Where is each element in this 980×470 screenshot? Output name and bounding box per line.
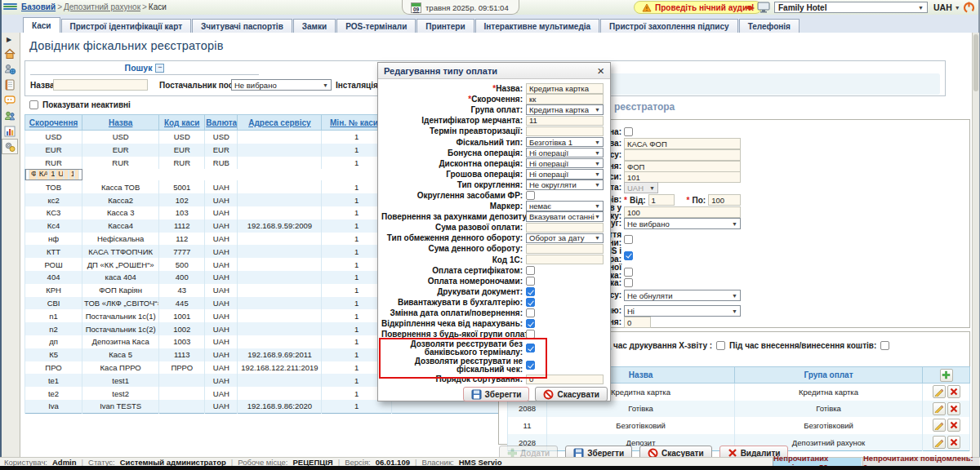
dialog-cancel-button[interactable]: Скасувати [535, 387, 608, 401]
hotel-select[interactable]: Family Hotel ▼ [774, 2, 928, 13]
text-input[interactable]: ФОП [624, 161, 741, 172]
collapse-icon[interactable]: − [155, 64, 164, 73]
field-label: Сума разової оплати: [381, 223, 526, 232]
sidebar-item-home[interactable] [2, 46, 18, 61]
text-input[interactable]: 11 [526, 116, 604, 126]
dropdown-select[interactable]: UAH▼ [624, 182, 658, 193]
checkbox[interactable] [526, 191, 535, 200]
dropdown-select[interactable]: Вказувати останній че▼ [526, 211, 604, 222]
checkbox[interactable] [526, 361, 535, 370]
checkbox[interactable] [526, 344, 535, 352]
cell: 1001 [159, 309, 205, 322]
currency-select[interactable]: UAH ▼ [933, 2, 960, 13]
sidebar-item-gears[interactable] [2, 139, 18, 154]
dialog-save-button[interactable]: Зберегти [463, 387, 530, 401]
checkbox[interactable] [526, 287, 535, 296]
edit-button[interactable] [933, 402, 946, 415]
arrows-icon[interactable]: ◄▶ [744, 4, 754, 11]
text-input[interactable] [526, 223, 604, 233]
name-filter-input[interactable] [53, 79, 148, 91]
tab-2[interactable]: Пристрої ідентифікації карт [61, 19, 192, 33]
text-input[interactable] [526, 126, 604, 137]
text-input[interactable] [526, 244, 604, 255]
payment-row[interactable]: 11БезготівковийБезготівковий [508, 417, 970, 434]
menu-icon[interactable] [3, 2, 17, 12]
breadcrumb-item-1[interactable]: Базовий [21, 2, 56, 11]
dropdown-select[interactable]: Кредитна картка▼ [526, 104, 604, 115]
search-tab-label[interactable]: Пошук [125, 63, 153, 73]
text-input[interactable]: 100 [624, 206, 741, 218]
text-input[interactable]: КАСА ФОП [624, 138, 741, 149]
sidebar-item-chat[interactable] [2, 92, 18, 108]
monitor-icon[interactable] [757, 2, 770, 15]
checkbox[interactable] [526, 277, 535, 286]
scrollbar-thumb[interactable] [973, 34, 978, 91]
tab-7[interactable]: Інтерактивне мультимедіа [475, 19, 600, 33]
checkbox[interactable] [624, 127, 633, 136]
provider-filter-select[interactable]: Не вибрано ▼ [231, 79, 332, 91]
xreport-checkbox[interactable] [716, 341, 725, 350]
dropdown-select[interactable]: Оборот за дату▼ [526, 233, 604, 244]
tab-1[interactable]: Каси [23, 17, 60, 33]
dropdown-select[interactable]: Ні▼ [624, 305, 741, 317]
delete-button[interactable] [947, 402, 960, 415]
tab-5[interactable]: POS-термінали [336, 19, 416, 33]
sidebar-item-users[interactable] [2, 108, 18, 123]
dropdown-select[interactable]: немає▼ [526, 201, 604, 211]
sidebar-item-user-globe[interactable] [2, 61, 18, 77]
sort-header[interactable]: Адреса сервісу [238, 115, 322, 131]
sidebar-item-chart[interactable] [2, 123, 18, 139]
tab-6[interactable]: Принтери [416, 19, 474, 33]
dropdown-select[interactable]: Не обнуляти▼ [624, 290, 741, 301]
delete-button[interactable] [947, 419, 960, 432]
edit-button[interactable] [933, 436, 946, 449]
audit-warning[interactable]: Проведіть нічний аудит! [634, 1, 762, 14]
text-input[interactable] [624, 149, 741, 161]
text-input[interactable]: 0 [526, 375, 604, 385]
checkbox[interactable] [624, 268, 633, 277]
sort-header[interactable]: Валюта [205, 115, 238, 131]
text-input[interactable]: 101 [624, 171, 741, 183]
sidebar-expander-icon[interactable]: ▶ [7, 36, 11, 43]
text-input[interactable]: кк [526, 94, 604, 104]
sort-header[interactable]: Назва [82, 115, 159, 131]
tab-8[interactable]: Пристрої захоплення підпису [600, 19, 738, 33]
cashio-checkbox[interactable] [880, 341, 889, 350]
dropdown-select[interactable]: Безготівка 1▼ [526, 137, 604, 148]
dropdown-select[interactable]: Не вибрано▼ [624, 218, 741, 229]
checkbox[interactable] [526, 298, 535, 307]
add-payment-button[interactable] [940, 369, 953, 382]
date-display[interactable]: 09 травня 2025р. 09:51:04 [402, 0, 519, 15]
checkbox[interactable] [526, 266, 535, 275]
breadcrumb-item-2[interactable]: Депозитний рахунок [64, 2, 140, 11]
power-icon[interactable] [962, 1, 976, 16]
text-input[interactable] [526, 255, 604, 265]
show-inactive-checkbox[interactable] [29, 100, 38, 109]
checkbox[interactable] [526, 330, 535, 339]
dropdown-select[interactable]: Ні операції▼ [526, 148, 604, 158]
checkbox[interactable] [624, 251, 633, 260]
edit-button[interactable] [933, 419, 946, 432]
checkbox[interactable] [526, 308, 535, 317]
close-icon[interactable]: × [597, 66, 604, 76]
checkbox[interactable] [624, 235, 633, 244]
tab-9[interactable]: Телефонія [739, 19, 800, 33]
tab-4[interactable]: Замки [293, 19, 336, 33]
table-row[interactable]: ФОПКАСА ФОП101UAH1 [25, 169, 82, 180]
sort-header[interactable]: Код каси [159, 115, 205, 131]
sort-header[interactable]: Скорочення [25, 115, 82, 131]
dropdown-select[interactable]: Ні операції▼ [526, 158, 604, 169]
dropdown-select[interactable]: Ні операції▼ [526, 169, 604, 180]
delete-button[interactable] [947, 385, 960, 398]
delete-button[interactable] [947, 436, 960, 449]
scrollbar[interactable] [972, 33, 979, 457]
edit-button[interactable] [933, 385, 946, 398]
text-input[interactable]: 0 [624, 317, 651, 328]
sidebar-item-journal[interactable] [2, 77, 18, 92]
checkbox[interactable] [624, 278, 633, 287]
text-input[interactable]: Кредитна картка [526, 83, 604, 94]
checkbox[interactable] [526, 319, 535, 328]
tab-3[interactable]: Зчитувачі паспортів [192, 19, 292, 33]
dropdown-select[interactable]: Не округляти▼ [526, 180, 604, 190]
payment-row[interactable]: 2088ГотівкаГотівка [508, 401, 970, 418]
